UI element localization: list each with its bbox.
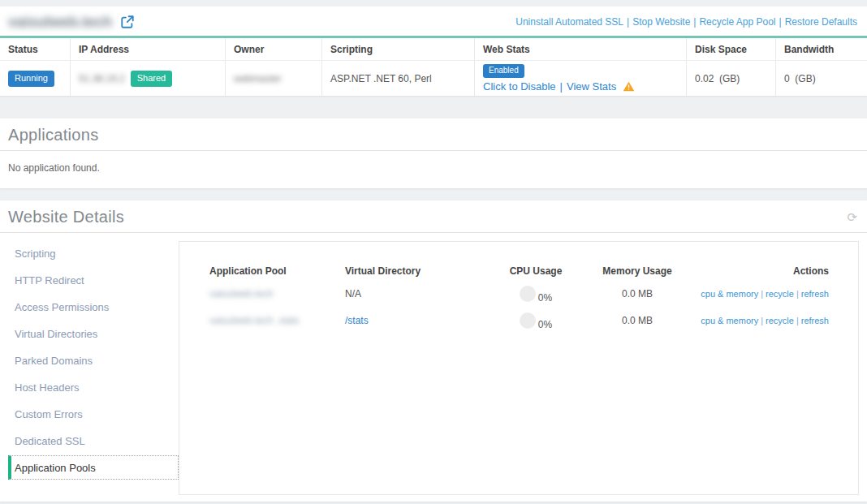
sidebar-item-access-permissions[interactable]: Access Permissions [0, 294, 179, 321]
col-header-status: Status [0, 38, 71, 60]
col-header-bandwidth: Bandwidth [776, 38, 867, 60]
site-table-header: Status IP Address Owner Scripting Web St… [0, 38, 867, 61]
web-stats-cell: Enabled Click to Disable | View Stats [475, 61, 687, 96]
view-stats-link[interactable]: View Stats [567, 80, 616, 93]
link-separator: | [693, 16, 696, 28]
status-cell: Running [0, 61, 71, 96]
restore-defaults-link[interactable]: Restore Defaults [785, 16, 857, 28]
cpu-gauge-icon [520, 312, 536, 329]
pools-table-header: Application Pool Virtual Directory CPU U… [179, 265, 858, 280]
link-separator: | [560, 80, 563, 93]
link-separator: | [627, 16, 629, 28]
virtual-directory-cell: /stats [345, 315, 495, 326]
col-header-cpu-usage: CPU Usage [510, 265, 563, 280]
sidebar-item-scripting[interactable]: Scripting [0, 240, 179, 267]
open-site-external-icon[interactable] [120, 15, 135, 29]
owner-redacted: webmaster [234, 73, 282, 84]
link-separator: | [761, 316, 763, 325]
refresh-icon[interactable]: ⟳ [847, 210, 857, 225]
virtual-directory-cell: N/A [345, 288, 495, 299]
sidebar-item-host-headers[interactable]: Host Headers [0, 374, 179, 401]
website-details-header: Website Details ⟳ [0, 200, 867, 233]
pool-actions: cpu & memory|recycle|refresh [701, 289, 829, 299]
sidebar-item-parked-domains[interactable]: Parked Domains [0, 347, 179, 374]
refresh-link[interactable]: refresh [801, 316, 829, 325]
website-details-title: Website Details [8, 208, 124, 226]
recycle-link[interactable]: recycle [766, 316, 794, 325]
col-header-scripting: Scripting [322, 38, 475, 60]
link-separator: | [796, 289, 799, 299]
ip-address-redacted: 51.38.19.2 [79, 73, 125, 84]
cpu-and-memory-link[interactable]: cpu & memory [701, 289, 758, 299]
uninstall-automated-ssl-link[interactable]: Uninstall Automated SSL [515, 16, 623, 28]
application-pools-panel: Application Pool Virtual Directory CPU U… [179, 241, 859, 495]
stats-directory-link[interactable]: /stats [345, 315, 369, 326]
sidebar-item-virtual-directories[interactable]: Virtual Directories [0, 321, 179, 347]
sidebar-item-custom-errors[interactable]: Custom Errors [0, 401, 179, 428]
warning-icon [623, 81, 635, 92]
pool-row: vaisulweb.tech N/A 0% 0.0 MB cpu & memor… [179, 280, 858, 307]
col-header-disk-space: Disk Space [687, 38, 776, 60]
website-details-body: Scripting HTTP Redirect Access Permissio… [0, 233, 867, 502]
pool-name-redacted: vaisulweb.tech .stats [209, 315, 345, 326]
col-header-ip-address: IP Address [71, 38, 226, 60]
recycle-app-pool-link[interactable]: Recycle App Pool [699, 16, 775, 28]
pool-row: vaisulweb.tech .stats /stats 0% 0.0 MB c… [179, 307, 858, 334]
cpu-usage-value: 0% [538, 319, 552, 330]
owner-cell: webmaster [226, 61, 322, 96]
disk-space-cell: 0.02 (GB) [687, 61, 776, 96]
ip-address-cell: 51.38.19.2 Shared [71, 61, 226, 96]
cpu-gauge-icon [520, 286, 536, 302]
memory-usage-cell: 0.0 MB [622, 315, 653, 326]
web-stats-links: Click to Disable | View Stats [483, 80, 635, 93]
site-table-row: Running 51.38.19.2 Shared webmaster ASP.… [0, 61, 867, 96]
pool-name-redacted: vaisulweb.tech [209, 288, 345, 299]
applications-title: Applications [8, 126, 98, 144]
recycle-link[interactable]: recycle [766, 289, 794, 299]
sidebar-item-http-redirect[interactable]: HTTP Redirect [0, 267, 179, 294]
cpu-usage-cell: 0% [520, 312, 552, 329]
pool-actions: cpu & memory|recycle|refresh [701, 316, 829, 325]
click-to-disable-link[interactable]: Click to Disable [483, 80, 556, 93]
web-stats-enabled-badge: Enabled [483, 64, 524, 78]
cpu-and-memory-link[interactable]: cpu & memory [701, 316, 758, 325]
scripting-cell: ASP.NET .NET 60, Perl [322, 61, 475, 96]
bandwidth-cell: 0 (GB) [776, 61, 867, 96]
applications-header: Applications [0, 118, 867, 151]
shared-ip-badge: Shared [131, 71, 172, 87]
sidebar-item-application-pools[interactable]: Application Pools [8, 455, 179, 480]
website-details-card: Website Details ⟳ Scripting HTTP Redirec… [0, 200, 867, 502]
site-action-links: Uninstall Automated SSL|Stop Website|Rec… [515, 16, 857, 28]
sidebar-item-dedicated-ssl[interactable]: Dedicated SSL [0, 428, 179, 454]
cpu-usage-cell: 0% [520, 286, 552, 302]
stop-website-link[interactable]: Stop Website [632, 16, 690, 28]
col-header-web-stats: Web Stats [475, 38, 687, 60]
site-header: vaisulweb.tech Uninstall Automated SSL|S… [0, 6, 867, 36]
link-separator: | [796, 316, 799, 325]
refresh-link[interactable]: refresh [801, 289, 829, 299]
details-sidebar: Scripting HTTP Redirect Access Permissio… [0, 233, 179, 502]
applications-card: Applications No application found. [0, 118, 867, 188]
col-header-application-pool: Application Pool [209, 265, 345, 280]
site-status-table: Status IP Address Owner Scripting Web St… [0, 38, 867, 96]
col-header-memory-usage: Memory Usage [602, 265, 671, 280]
domain-title: vaisulweb.tech [8, 14, 112, 31]
website-summary-card: vaisulweb.tech Uninstall Automated SSL|S… [0, 6, 867, 96]
link-separator: | [779, 16, 782, 28]
link-separator: | [761, 289, 763, 299]
col-header-virtual-directory: Virtual Directory [345, 265, 495, 280]
running-status-badge: Running [8, 71, 54, 87]
cpu-usage-value: 0% [538, 292, 552, 304]
col-header-owner: Owner [226, 38, 322, 60]
applications-empty-message: No application found. [0, 151, 867, 188]
memory-usage-cell: 0.0 MB [622, 288, 653, 299]
col-header-actions: Actions [793, 265, 829, 280]
